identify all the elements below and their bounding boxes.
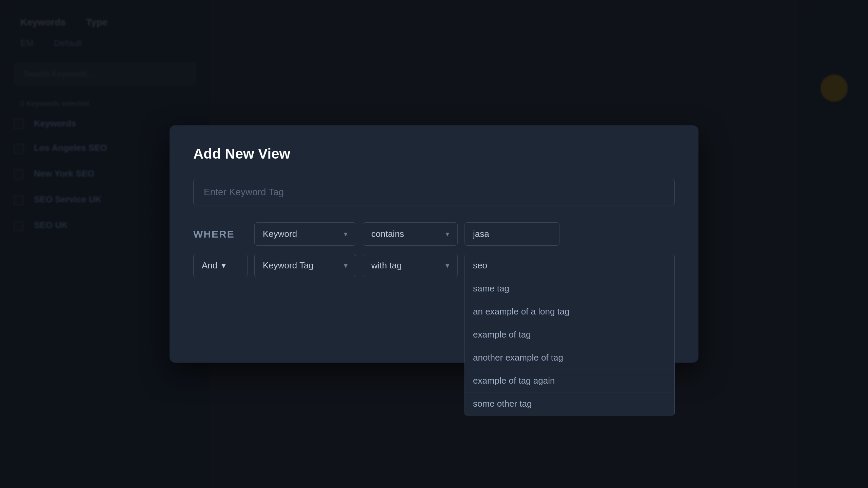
tag-input-wrapper (465, 254, 675, 277)
keyword-value-input[interactable] (465, 222, 559, 246)
with-tag-select-chevron: ▾ (446, 261, 449, 270)
with-tag-select[interactable]: with tag ▾ (363, 254, 458, 277)
and-chevron: ▾ (221, 260, 226, 271)
with-tag-select-value: with tag (371, 260, 402, 271)
add-new-view-modal: Add New View WHERE Keyword ▾ contains ▾ (170, 125, 698, 363)
keyword-tag-select-value: Keyword Tag (263, 260, 314, 271)
where-label: WHERE (193, 228, 248, 240)
keyword-tag-select-chevron: ▾ (344, 261, 348, 270)
keyword-tag-input[interactable] (193, 179, 675, 205)
modal-overlay: Add New View WHERE Keyword ▾ contains ▾ (0, 0, 868, 488)
tag-suggestion-4[interactable]: example of tag again (465, 369, 674, 392)
contains-select-chevron: ▾ (446, 230, 449, 239)
tag-search-input[interactable] (465, 254, 675, 277)
and-button[interactable]: And ▾ (193, 254, 248, 277)
where-row-2: And ▾ Keyword Tag ▾ with tag ▾ same ta (193, 254, 675, 277)
keyword-tag-select[interactable]: Keyword Tag ▾ (254, 254, 356, 277)
contains-select[interactable]: contains ▾ (363, 222, 458, 246)
modal-title: Add New View (193, 146, 675, 162)
tag-suggestion-2[interactable]: example of tag (465, 323, 674, 346)
tag-dropdown-container: same tag an example of a long tag exampl… (465, 254, 675, 277)
keyword-select-value: Keyword (263, 229, 297, 239)
keyword-select-chevron: ▾ (344, 230, 348, 239)
keyword-select[interactable]: Keyword ▾ (254, 222, 356, 246)
tag-suggestion-1[interactable]: an example of a long tag (465, 300, 674, 323)
where-section: WHERE Keyword ▾ contains ▾ And ▾ Key (193, 222, 675, 277)
tag-suggestions-dropdown: same tag an example of a long tag exampl… (465, 277, 675, 415)
tag-suggestion-3[interactable]: another example of tag (465, 346, 674, 369)
contains-select-value: contains (371, 229, 404, 239)
and-label: And (202, 260, 217, 271)
where-row-1: WHERE Keyword ▾ contains ▾ (193, 222, 675, 246)
tag-suggestion-0[interactable]: same tag (465, 277, 674, 300)
tag-suggestion-5[interactable]: some other tag (465, 392, 674, 415)
